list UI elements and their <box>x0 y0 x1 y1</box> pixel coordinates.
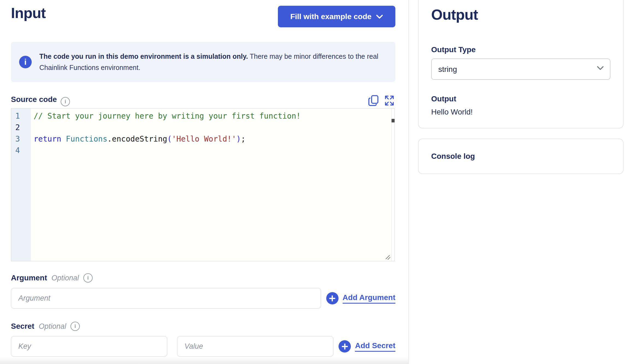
fill-with-example-code-button[interactable]: Fill with example code <box>278 6 395 27</box>
chevron-down-icon <box>376 14 383 19</box>
line-number: 4 <box>15 145 31 156</box>
argument-optional-label: Optional <box>51 274 79 282</box>
output-title: Output <box>431 6 478 23</box>
add-secret-button[interactable]: Add Secret <box>339 340 395 353</box>
copy-icon <box>368 95 379 107</box>
copy-code-button[interactable] <box>368 95 379 107</box>
input-panel: Input Fill with example code i The code … <box>11 0 395 364</box>
fill-button-label: Fill with example code <box>290 12 371 21</box>
argument-label: Argument <box>11 274 47 282</box>
code-lines[interactable]: // Start your journey here by writing yo… <box>31 108 395 261</box>
output-type-label: Output Type <box>431 45 476 54</box>
add-secret-label: Add Secret <box>355 341 395 352</box>
resize-handle-icon[interactable] <box>385 255 391 260</box>
plus-circle-icon <box>326 292 339 304</box>
console-log-card: Console log <box>418 139 624 174</box>
line-number-gutter: 1234 <box>11 108 31 261</box>
source-code-label: Source code <box>11 95 57 104</box>
line-number: 2 <box>15 122 31 133</box>
code-editor[interactable]: 1234 // Start your journey here by writi… <box>11 108 395 261</box>
output-card: Output Output Type string Output Hello W… <box>418 0 624 128</box>
output-value: Hello World! <box>431 108 473 116</box>
secret-info-icon[interactable]: i <box>70 322 80 331</box>
output-label: Output <box>431 95 456 103</box>
expand-code-button[interactable] <box>384 95 395 107</box>
plus-circle-icon <box>339 340 351 353</box>
info-filled-icon: i <box>19 56 32 68</box>
simulation-info-banner: i The code you run in this demo environm… <box>11 42 395 82</box>
source-code-info-icon[interactable]: i <box>61 97 70 106</box>
banner-text: The code you run in this demo environmen… <box>39 51 384 73</box>
line-number: 3 <box>15 133 31 145</box>
code-line <box>34 145 395 156</box>
output-type-select[interactable]: string <box>431 58 610 80</box>
add-argument-label: Add Argument <box>343 293 395 304</box>
line-number: 1 <box>15 110 31 122</box>
page-title: Input <box>11 4 46 21</box>
argument-input[interactable] <box>11 288 321 309</box>
secret-value-input[interactable] <box>177 336 333 357</box>
code-line <box>34 122 395 133</box>
expand-icon <box>384 95 395 107</box>
code-line: return Functions.encodeString('Hello Wor… <box>34 133 395 145</box>
console-log-title: Console log <box>431 152 475 161</box>
code-line: // Start your journey here by writing yo… <box>34 110 395 122</box>
argument-info-icon[interactable]: i <box>83 273 93 283</box>
editor-scrollbar-thumb[interactable] <box>392 119 395 122</box>
add-argument-button[interactable]: Add Argument <box>326 292 395 304</box>
secret-key-input[interactable] <box>11 336 167 357</box>
panel-divider <box>408 0 409 364</box>
secret-optional-label: Optional <box>39 322 66 331</box>
secret-label: Secret <box>11 322 34 331</box>
editor-scrollbar[interactable] <box>391 108 395 261</box>
